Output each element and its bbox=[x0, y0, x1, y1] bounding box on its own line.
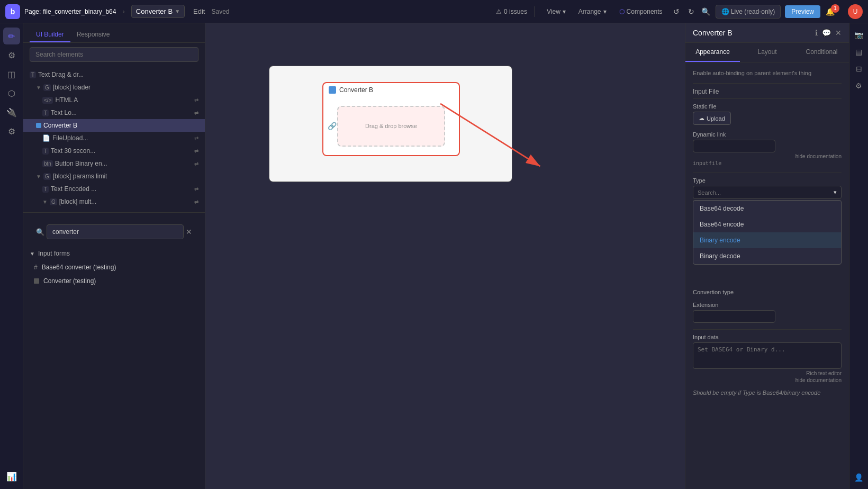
tree-item-text-encoded[interactable]: T Text Encoded ... ⇄ bbox=[23, 183, 205, 195]
option-base64-decode[interactable]: Base64 decode bbox=[693, 201, 841, 216]
saved-status: Saved bbox=[211, 8, 229, 15]
page-label: Page: bbox=[24, 8, 41, 15]
hide-documentation-link-2[interactable]: hide documentation bbox=[693, 377, 842, 383]
left-toolbar: ✏ ⚙ ◫ ⬡ 🔌 ⚙ 📊 bbox=[0, 23, 23, 489]
settings-icon[interactable]: ⚙ bbox=[3, 123, 20, 140]
type-icon: T bbox=[42, 186, 49, 193]
warning-icon: ⚠ bbox=[496, 8, 502, 15]
tree-item-converter-b[interactable]: Converter B bbox=[23, 119, 205, 132]
clear-search-button[interactable]: ✕ bbox=[186, 228, 192, 236]
camera-icon[interactable]: 📷 bbox=[852, 28, 866, 42]
result-item-base64[interactable]: # Base64 converter (testing) bbox=[23, 260, 205, 274]
section-divider-2 bbox=[693, 173, 842, 173]
rich-text-editor-link[interactable]: Rich text editor bbox=[693, 370, 842, 376]
section-arrow-icon: ▼ bbox=[30, 251, 35, 257]
page-name: file_converter_binary_b64 bbox=[43, 8, 116, 15]
extension-input[interactable] bbox=[693, 310, 775, 323]
input-data-textarea[interactable] bbox=[693, 342, 842, 369]
workflow-icon[interactable]: ⚙ bbox=[3, 47, 20, 64]
type-dropdown-row: ▾ Base64 decode Base64 encode Binary enc… bbox=[693, 186, 842, 199]
analytics-icon[interactable]: 📊 bbox=[3, 468, 20, 485]
tab-responsive[interactable]: Responsive bbox=[70, 28, 116, 42]
info-icon[interactable]: ℹ bbox=[815, 29, 818, 37]
page-frame: Converter B 🔗 Drag & drop browse bbox=[269, 66, 512, 182]
user-circle-icon[interactable]: 👤 bbox=[852, 470, 866, 485]
right-panel-content: Enable auto-binding on parent element's … bbox=[685, 62, 849, 489]
tree-item-block-loader[interactable]: ▼ G [block] loader bbox=[23, 81, 205, 94]
link-icon: ⇄ bbox=[194, 148, 198, 154]
data-icon[interactable]: ◫ bbox=[3, 66, 20, 83]
tree-item-text-30[interactable]: T Text 30 secon... ⇄ bbox=[23, 144, 205, 157]
section-divider bbox=[693, 83, 842, 84]
app-logo[interactable]: b bbox=[5, 4, 20, 19]
drag-drop-area[interactable]: 🔗 Drag & drop browse bbox=[337, 106, 446, 147]
right-panel-header: Converter B ℹ 💬 ✕ bbox=[685, 23, 849, 43]
edit-button[interactable]: Edit bbox=[193, 7, 205, 15]
results-section-header[interactable]: ▼ Input forms bbox=[23, 247, 205, 260]
link-drag-icon: 🔗 bbox=[328, 122, 337, 130]
section-divider-3 bbox=[693, 329, 842, 330]
comment-icon[interactable]: 💬 bbox=[822, 29, 831, 37]
user-avatar[interactable]: U bbox=[848, 4, 863, 19]
link-icon: ⇄ bbox=[194, 110, 198, 116]
tab-layout[interactable]: Layout bbox=[740, 43, 794, 62]
option-binary-decode[interactable]: Binary decode bbox=[693, 248, 841, 264]
tree-item-label: [block] params limit bbox=[53, 173, 107, 180]
upload-button[interactable]: ☁ Upload bbox=[693, 112, 731, 125]
style-icon[interactable]: ⬡ bbox=[3, 85, 20, 102]
preview-button[interactable]: Preview bbox=[785, 5, 820, 18]
tab-conditional[interactable]: Conditional bbox=[794, 43, 849, 62]
tree-item-label: Text Encoded ... bbox=[51, 185, 96, 193]
type-search-input[interactable] bbox=[698, 189, 834, 196]
tree-item-fileupload[interactable]: 📄 FileUpload... ⇄ bbox=[23, 132, 205, 144]
ui-builder-icon[interactable]: ✏ bbox=[3, 28, 20, 44]
view-button[interactable]: View ▾ bbox=[542, 6, 570, 17]
undo-button[interactable]: ↺ bbox=[671, 6, 682, 17]
issues-button[interactable]: ⚠ 0 issues bbox=[496, 8, 527, 15]
tree-item-block-params[interactable]: ▼ G [block] params limit bbox=[23, 170, 205, 183]
link-icon: ⇄ bbox=[194, 186, 198, 192]
autobinding-label: Enable auto-binding on parent element's … bbox=[693, 70, 811, 76]
divider bbox=[23, 212, 205, 213]
inputfile-code: inputfile bbox=[693, 160, 842, 166]
redo-button[interactable]: ↻ bbox=[686, 6, 697, 17]
type-icon: G bbox=[43, 173, 51, 180]
tree-item-button-binary[interactable]: btn Button Binary en... ⇄ bbox=[23, 157, 205, 170]
tree-item-text-lo[interactable]: T Text Lo... ⇄ bbox=[23, 106, 205, 119]
result-item-converter[interactable]: Converter (testing) bbox=[23, 274, 205, 288]
dynamic-link-label: Dynamic link bbox=[693, 131, 842, 138]
hide-documentation-link[interactable]: hide documentation bbox=[693, 153, 842, 159]
tree-item-text-drag[interactable]: T Text Drag & dr... bbox=[23, 68, 205, 81]
tree-item-html-a[interactable]: </> HTML A ⇄ bbox=[23, 94, 205, 106]
square-icon bbox=[36, 123, 41, 128]
close-icon[interactable]: ✕ bbox=[835, 29, 842, 37]
search-button[interactable]: 🔍 bbox=[701, 6, 711, 17]
stack-icon[interactable]: ⊟ bbox=[852, 61, 866, 76]
widget-title-bar: Converter B bbox=[323, 83, 459, 97]
input-file-section: Input File Static file ☁ Upload bbox=[693, 88, 842, 125]
option-binary-encode[interactable]: Binary encode bbox=[693, 232, 841, 248]
arrange-button[interactable]: Arrange ▾ bbox=[574, 6, 611, 17]
dynamic-link-input[interactable] bbox=[693, 140, 775, 152]
result-label: Converter (testing) bbox=[43, 277, 96, 285]
tab-appearance[interactable]: Appearance bbox=[685, 43, 740, 62]
option-base64-encode[interactable]: Base64 encode bbox=[693, 216, 841, 232]
drag-drop-text: Drag & drop browse bbox=[365, 123, 417, 129]
element-search-input[interactable] bbox=[30, 47, 198, 62]
live-button[interactable]: 🌐 Live (read-only) bbox=[716, 5, 781, 19]
tab-ui-builder[interactable]: UI Builder bbox=[30, 28, 70, 42]
tree-item-label: Converter B bbox=[43, 122, 77, 129]
plugin-icon[interactable]: 🔌 bbox=[3, 104, 20, 121]
converter-b-widget[interactable]: Converter B 🔗 Drag & drop browse bbox=[322, 82, 460, 156]
gear-icon[interactable]: ⚙ bbox=[852, 78, 866, 93]
layers-icon[interactable]: ▤ bbox=[852, 44, 866, 59]
search-input[interactable] bbox=[47, 224, 184, 239]
type-dropdown[interactable]: ▾ bbox=[693, 186, 842, 199]
tree-item-block-mult[interactable]: ▼ G [block] mult... ⇄ bbox=[23, 195, 205, 208]
view-arrow-icon: ▾ bbox=[563, 8, 566, 15]
converter-label: Converter B bbox=[136, 7, 173, 15]
globe-icon: 🌐 bbox=[721, 8, 729, 15]
static-file-row: ☁ Upload bbox=[693, 112, 842, 125]
components-button[interactable]: ⬡ Components bbox=[615, 6, 667, 17]
converter-dropdown[interactable]: Converter B ▼ bbox=[131, 5, 185, 18]
